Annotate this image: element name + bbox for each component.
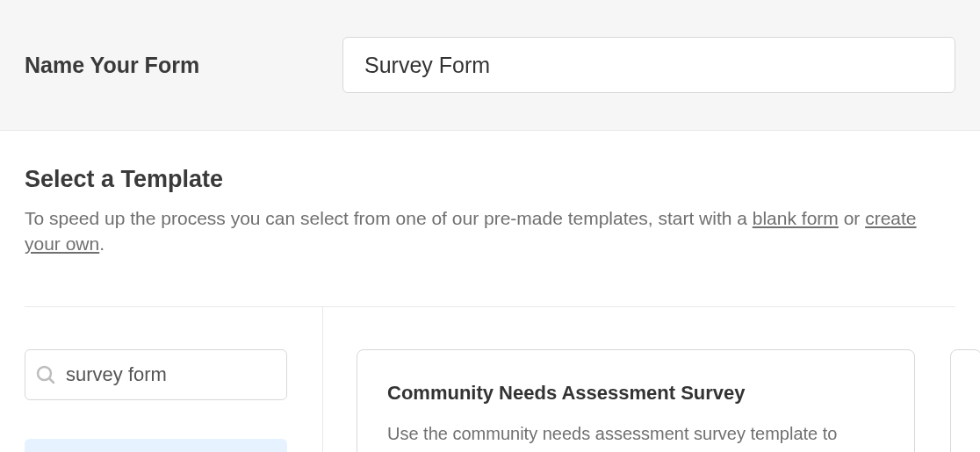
subtitle-text-pre: To speed up the process you can select f…: [25, 208, 753, 228]
template-content: All Templates 556 Community Needs Assess…: [25, 306, 955, 452]
select-template-title: Select a Template: [25, 166, 955, 193]
template-description: Use the community needs assessment surve…: [387, 420, 884, 452]
subtitle-text-mid: or: [839, 208, 865, 228]
svg-line-1: [49, 378, 54, 383]
subtitle-text-post: .: [99, 233, 104, 254]
template-search-input[interactable]: [25, 349, 287, 400]
form-name-header: Name Your Form: [0, 0, 980, 131]
template-card-community-needs[interactable]: Community Needs Assessment Survey Use th…: [357, 349, 915, 452]
main-content: Select a Template To speed up the proces…: [0, 131, 980, 452]
template-sidebar: All Templates 556: [25, 307, 323, 452]
blank-form-link[interactable]: blank form: [753, 208, 839, 228]
search-icon: [35, 364, 56, 385]
template-title: Community Needs Assessment Survey: [387, 382, 884, 405]
select-template-subtitle: To speed up the process you can select f…: [25, 205, 955, 257]
templates-grid: Community Needs Assessment Survey Use th…: [323, 349, 980, 452]
form-name-label: Name Your Form: [25, 53, 342, 78]
template-card-partial[interactable]: I: [950, 349, 980, 452]
category-all-templates[interactable]: All Templates 556: [25, 439, 287, 452]
search-wrapper: [25, 349, 287, 400]
form-name-input[interactable]: [342, 37, 955, 93]
